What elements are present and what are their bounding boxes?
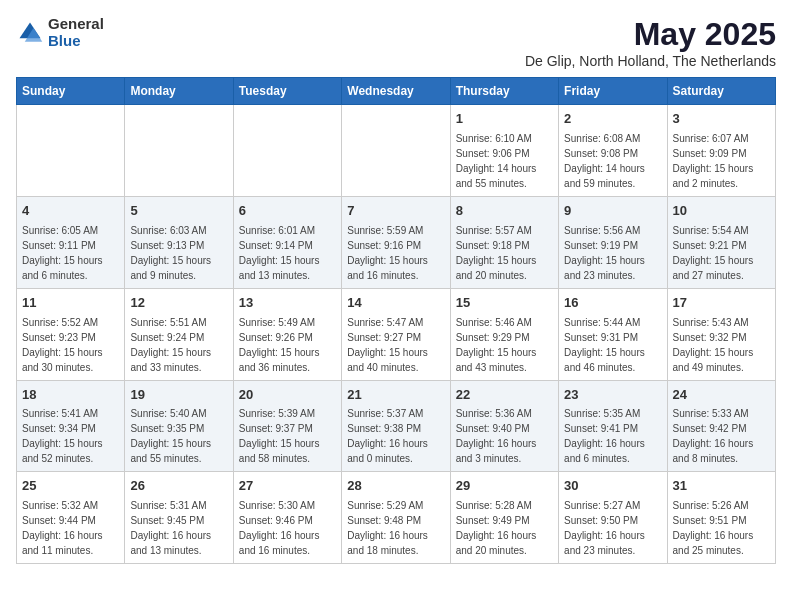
day-info: Sunrise: 5:39 AM Sunset: 9:37 PM Dayligh…: [239, 406, 336, 466]
calendar-cell: 22Sunrise: 5:36 AM Sunset: 9:40 PM Dayli…: [450, 380, 558, 472]
day-number: 24: [673, 386, 770, 405]
day-info: Sunrise: 5:29 AM Sunset: 9:48 PM Dayligh…: [347, 498, 444, 558]
calendar-cell: 19Sunrise: 5:40 AM Sunset: 9:35 PM Dayli…: [125, 380, 233, 472]
day-number: 1: [456, 110, 553, 129]
calendar-cell: 1Sunrise: 6:10 AM Sunset: 9:06 PM Daylig…: [450, 105, 558, 197]
day-info: Sunrise: 6:05 AM Sunset: 9:11 PM Dayligh…: [22, 223, 119, 283]
calendar-week-row: 4Sunrise: 6:05 AM Sunset: 9:11 PM Daylig…: [17, 196, 776, 288]
calendar-cell: 25Sunrise: 5:32 AM Sunset: 9:44 PM Dayli…: [17, 472, 125, 564]
calendar-cell: 24Sunrise: 5:33 AM Sunset: 9:42 PM Dayli…: [667, 380, 775, 472]
day-info: Sunrise: 5:54 AM Sunset: 9:21 PM Dayligh…: [673, 223, 770, 283]
calendar-cell: 21Sunrise: 5:37 AM Sunset: 9:38 PM Dayli…: [342, 380, 450, 472]
day-number: 10: [673, 202, 770, 221]
logo-icon: [16, 19, 44, 47]
calendar-cell: 9Sunrise: 5:56 AM Sunset: 9:19 PM Daylig…: [559, 196, 667, 288]
calendar-cell: 17Sunrise: 5:43 AM Sunset: 9:32 PM Dayli…: [667, 288, 775, 380]
calendar-cell: 3Sunrise: 6:07 AM Sunset: 9:09 PM Daylig…: [667, 105, 775, 197]
day-number: 16: [564, 294, 661, 313]
day-number: 21: [347, 386, 444, 405]
calendar-week-row: 18Sunrise: 5:41 AM Sunset: 9:34 PM Dayli…: [17, 380, 776, 472]
calendar-cell: 18Sunrise: 5:41 AM Sunset: 9:34 PM Dayli…: [17, 380, 125, 472]
day-info: Sunrise: 5:26 AM Sunset: 9:51 PM Dayligh…: [673, 498, 770, 558]
day-info: Sunrise: 5:40 AM Sunset: 9:35 PM Dayligh…: [130, 406, 227, 466]
day-info: Sunrise: 5:36 AM Sunset: 9:40 PM Dayligh…: [456, 406, 553, 466]
header-row: SundayMondayTuesdayWednesdayThursdayFrid…: [17, 78, 776, 105]
calendar-cell: 20Sunrise: 5:39 AM Sunset: 9:37 PM Dayli…: [233, 380, 341, 472]
logo-blue-label: Blue: [48, 33, 104, 50]
day-info: Sunrise: 6:08 AM Sunset: 9:08 PM Dayligh…: [564, 131, 661, 191]
day-info: Sunrise: 5:32 AM Sunset: 9:44 PM Dayligh…: [22, 498, 119, 558]
calendar-cell: 5Sunrise: 6:03 AM Sunset: 9:13 PM Daylig…: [125, 196, 233, 288]
calendar-cell: 26Sunrise: 5:31 AM Sunset: 9:45 PM Dayli…: [125, 472, 233, 564]
day-number: 11: [22, 294, 119, 313]
calendar-week-row: 25Sunrise: 5:32 AM Sunset: 9:44 PM Dayli…: [17, 472, 776, 564]
day-number: 30: [564, 477, 661, 496]
day-info: Sunrise: 6:01 AM Sunset: 9:14 PM Dayligh…: [239, 223, 336, 283]
calendar-cell: 4Sunrise: 6:05 AM Sunset: 9:11 PM Daylig…: [17, 196, 125, 288]
day-number: 25: [22, 477, 119, 496]
day-number: 20: [239, 386, 336, 405]
calendar-cell: 23Sunrise: 5:35 AM Sunset: 9:41 PM Dayli…: [559, 380, 667, 472]
day-info: Sunrise: 6:07 AM Sunset: 9:09 PM Dayligh…: [673, 131, 770, 191]
day-info: Sunrise: 5:59 AM Sunset: 9:16 PM Dayligh…: [347, 223, 444, 283]
calendar-cell: 27Sunrise: 5:30 AM Sunset: 9:46 PM Dayli…: [233, 472, 341, 564]
calendar-cell: 28Sunrise: 5:29 AM Sunset: 9:48 PM Dayli…: [342, 472, 450, 564]
day-info: Sunrise: 5:57 AM Sunset: 9:18 PM Dayligh…: [456, 223, 553, 283]
day-number: 15: [456, 294, 553, 313]
weekday-header: Thursday: [450, 78, 558, 105]
weekday-header: Saturday: [667, 78, 775, 105]
title-block: May 2025 De Glip, North Holland, The Net…: [525, 16, 776, 69]
day-info: Sunrise: 6:03 AM Sunset: 9:13 PM Dayligh…: [130, 223, 227, 283]
calendar-cell: 10Sunrise: 5:54 AM Sunset: 9:21 PM Dayli…: [667, 196, 775, 288]
main-title: May 2025: [525, 16, 776, 53]
calendar-week-row: 11Sunrise: 5:52 AM Sunset: 9:23 PM Dayli…: [17, 288, 776, 380]
calendar-cell: 6Sunrise: 6:01 AM Sunset: 9:14 PM Daylig…: [233, 196, 341, 288]
page-header: General Blue May 2025 De Glip, North Hol…: [16, 16, 776, 69]
calendar-cell: 13Sunrise: 5:49 AM Sunset: 9:26 PM Dayli…: [233, 288, 341, 380]
logo: General Blue: [16, 16, 104, 49]
day-info: Sunrise: 5:31 AM Sunset: 9:45 PM Dayligh…: [130, 498, 227, 558]
day-info: Sunrise: 5:35 AM Sunset: 9:41 PM Dayligh…: [564, 406, 661, 466]
day-number: 8: [456, 202, 553, 221]
calendar-cell: [17, 105, 125, 197]
day-number: 9: [564, 202, 661, 221]
day-number: 2: [564, 110, 661, 129]
day-info: Sunrise: 5:37 AM Sunset: 9:38 PM Dayligh…: [347, 406, 444, 466]
calendar-cell: 7Sunrise: 5:59 AM Sunset: 9:16 PM Daylig…: [342, 196, 450, 288]
calendar-table: SundayMondayTuesdayWednesdayThursdayFrid…: [16, 77, 776, 564]
weekday-header: Sunday: [17, 78, 125, 105]
calendar-cell: 16Sunrise: 5:44 AM Sunset: 9:31 PM Dayli…: [559, 288, 667, 380]
day-number: 23: [564, 386, 661, 405]
calendar-cell: [125, 105, 233, 197]
calendar-cell: 30Sunrise: 5:27 AM Sunset: 9:50 PM Dayli…: [559, 472, 667, 564]
day-number: 18: [22, 386, 119, 405]
calendar-cell: [233, 105, 341, 197]
calendar-cell: [342, 105, 450, 197]
calendar-cell: 31Sunrise: 5:26 AM Sunset: 9:51 PM Dayli…: [667, 472, 775, 564]
day-number: 3: [673, 110, 770, 129]
day-info: Sunrise: 5:51 AM Sunset: 9:24 PM Dayligh…: [130, 315, 227, 375]
day-number: 28: [347, 477, 444, 496]
logo-general-label: General: [48, 16, 104, 33]
day-info: Sunrise: 5:27 AM Sunset: 9:50 PM Dayligh…: [564, 498, 661, 558]
calendar-cell: 29Sunrise: 5:28 AM Sunset: 9:49 PM Dayli…: [450, 472, 558, 564]
weekday-header: Tuesday: [233, 78, 341, 105]
day-number: 4: [22, 202, 119, 221]
day-info: Sunrise: 5:43 AM Sunset: 9:32 PM Dayligh…: [673, 315, 770, 375]
calendar-week-row: 1Sunrise: 6:10 AM Sunset: 9:06 PM Daylig…: [17, 105, 776, 197]
day-number: 29: [456, 477, 553, 496]
day-number: 26: [130, 477, 227, 496]
calendar-body: 1Sunrise: 6:10 AM Sunset: 9:06 PM Daylig…: [17, 105, 776, 564]
day-number: 19: [130, 386, 227, 405]
day-number: 7: [347, 202, 444, 221]
day-info: Sunrise: 5:33 AM Sunset: 9:42 PM Dayligh…: [673, 406, 770, 466]
calendar-cell: 11Sunrise: 5:52 AM Sunset: 9:23 PM Dayli…: [17, 288, 125, 380]
day-number: 13: [239, 294, 336, 313]
day-number: 5: [130, 202, 227, 221]
day-info: Sunrise: 5:28 AM Sunset: 9:49 PM Dayligh…: [456, 498, 553, 558]
day-info: Sunrise: 5:49 AM Sunset: 9:26 PM Dayligh…: [239, 315, 336, 375]
day-number: 22: [456, 386, 553, 405]
weekday-header: Monday: [125, 78, 233, 105]
day-number: 31: [673, 477, 770, 496]
logo-text: General Blue: [48, 16, 104, 49]
